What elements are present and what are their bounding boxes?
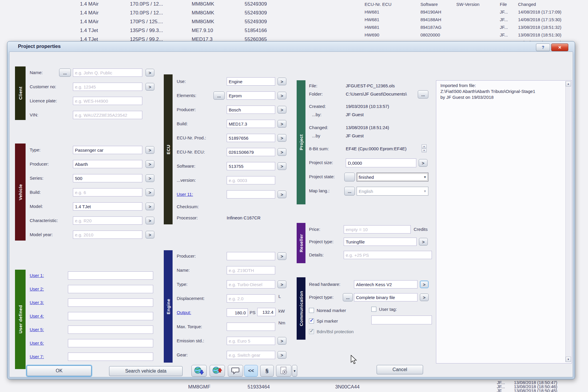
user2-input[interactable]	[68, 285, 153, 293]
bitsum-spin-down-button[interactable]: ▼	[422, 149, 427, 152]
project-size-go-button[interactable]: >	[419, 159, 427, 167]
noread-marker-checkbox[interactable]	[309, 308, 314, 313]
vehicle-series-input[interactable]	[73, 174, 142, 182]
reseller-type-input[interactable]	[344, 238, 417, 246]
engine-name-input[interactable]	[227, 266, 275, 274]
engine-type-go-button[interactable]: >	[278, 281, 286, 288]
reseller-type-go-button[interactable]: >	[419, 238, 428, 246]
vehicle-type-input[interactable]	[73, 146, 142, 154]
export-to-web-button[interactable]	[210, 365, 225, 377]
engine-type-input[interactable]	[227, 280, 275, 288]
ecu-elements-input[interactable]	[227, 91, 275, 100]
ok-button[interactable]: OK	[27, 366, 91, 376]
close-button[interactable]: ✕	[551, 44, 568, 51]
customer-no-go-button[interactable]: >	[146, 83, 154, 91]
user3-input[interactable]	[68, 298, 153, 307]
vehicle-characteristic-go-button[interactable]: >	[146, 217, 154, 224]
project-state-aux-button[interactable]	[344, 173, 355, 181]
ecu-build-go-button[interactable]: >	[278, 120, 286, 128]
ecu-version-input[interactable]	[227, 176, 275, 184]
more-tools-dropdown-button[interactable]: ▾	[292, 365, 297, 377]
user-tag-checkbox[interactable]	[371, 307, 376, 312]
vin-input[interactable]	[73, 111, 142, 119]
user4-link[interactable]: User 4:	[30, 313, 44, 318]
collapse-button[interactable]: <<	[244, 365, 258, 377]
export-document-button[interactable]	[276, 365, 291, 377]
project-folder-more-button[interactable]: ...	[418, 90, 428, 99]
engine-emission-go-button[interactable]: >	[278, 337, 286, 345]
vehicle-series-go-button[interactable]: >	[146, 174, 154, 182]
ecu-elements-more-button[interactable]: ...	[213, 91, 225, 100]
client-name-more-button[interactable]: ...	[59, 69, 71, 77]
vehicle-model-year-input[interactable]	[73, 231, 142, 239]
ecu-user11-go-button[interactable]: >	[278, 191, 286, 198]
customer-no-input[interactable]	[73, 83, 142, 91]
user7-link[interactable]: User 7:	[30, 354, 44, 359]
vehicle-model-year-go-button[interactable]: >	[146, 231, 154, 238]
ecu-nr-ecu-go-button[interactable]: >	[278, 148, 286, 156]
ecu-nr-prod-go-button[interactable]: >	[278, 134, 286, 142]
engine-gear-go-button[interactable]: >	[278, 351, 286, 359]
engine-torque-input[interactable]	[227, 323, 275, 331]
user7-input[interactable]	[68, 353, 153, 361]
vehicle-model-go-button[interactable]: >	[146, 203, 154, 210]
ecu-nr-prod-input[interactable]	[227, 134, 275, 142]
engine-output-link[interactable]: Output:	[177, 310, 191, 315]
project-state-combo[interactable]: finished▼	[357, 173, 428, 181]
ecu-build-input[interactable]	[227, 120, 275, 128]
map-lang-combo[interactable]: English▼	[357, 187, 428, 196]
scrollbar[interactable]: ▲ ▼	[565, 81, 571, 362]
vehicle-model-input[interactable]	[73, 202, 142, 211]
client-name-input[interactable]	[73, 69, 142, 77]
vehicle-characteristic-input[interactable]	[73, 216, 142, 225]
read-hardware-input[interactable]	[354, 280, 417, 288]
vehicle-type-go-button[interactable]: >	[146, 146, 154, 154]
map-lang-more-button[interactable]: ...	[344, 187, 355, 196]
engine-output-ps-input[interactable]	[227, 308, 248, 317]
bdm-bsl-checkbox[interactable]: ✓	[309, 329, 314, 334]
vehicle-producer-input[interactable]	[73, 160, 142, 168]
user6-link[interactable]: User 6:	[30, 341, 44, 346]
client-name-go-button[interactable]: >	[146, 69, 154, 76]
user1-link[interactable]: User 1:	[30, 273, 44, 278]
vehicle-build-input[interactable]	[73, 188, 142, 196]
ecu-software-go-button[interactable]: >	[278, 162, 286, 170]
comm-project-type-input[interactable]	[354, 293, 417, 301]
price-input[interactable]	[344, 225, 411, 233]
import-from-web-button[interactable]	[191, 365, 207, 377]
cancel-button[interactable]: Cancel	[377, 365, 423, 374]
ecu-user11-link[interactable]: User 11:	[177, 192, 193, 197]
comm-project-type-more-button[interactable]: ...	[343, 293, 353, 301]
licence-plate-input[interactable]	[73, 97, 142, 105]
ecu-use-input[interactable]	[227, 77, 275, 86]
engine-producer-go-button[interactable]: >	[278, 252, 286, 260]
user-tag-input[interactable]	[371, 316, 432, 324]
project-size-input[interactable]	[346, 159, 416, 167]
search-vehicle-data-button[interactable]: Search vehicle data	[109, 366, 183, 376]
comm-project-type-go-button[interactable]: >	[420, 293, 429, 301]
user3-link[interactable]: User 3:	[30, 300, 44, 305]
engine-gear-input[interactable]	[227, 351, 275, 359]
user2-link[interactable]: User 2:	[30, 286, 44, 291]
scroll-up-button[interactable]: ▲	[566, 81, 571, 86]
help-button[interactable]: ?	[536, 44, 550, 51]
scroll-down-button[interactable]: ▼	[566, 357, 571, 362]
ecu-producer-go-button[interactable]: >	[278, 106, 286, 114]
user5-input[interactable]	[68, 326, 153, 334]
user5-link[interactable]: User 5:	[30, 327, 44, 332]
engine-displacement-input[interactable]	[227, 294, 275, 303]
user1-input[interactable]	[68, 271, 153, 280]
read-hardware-go-button[interactable]: >	[420, 281, 429, 288]
ecu-software-input[interactable]	[227, 162, 275, 170]
bitsum-spin-up-button[interactable]: ▲	[422, 144, 427, 148]
spi-marker-checkbox[interactable]: ✓	[309, 318, 314, 323]
ecu-elements-go-button[interactable]: >	[278, 92, 286, 99]
paragraph-button[interactable]: §	[260, 365, 274, 377]
vehicle-producer-go-button[interactable]: >	[146, 160, 154, 168]
vehicle-build-go-button[interactable]: >	[146, 189, 154, 196]
ecu-producer-input[interactable]	[227, 106, 275, 114]
ecu-use-go-button[interactable]: >	[278, 78, 286, 85]
user4-input[interactable]	[68, 312, 153, 320]
details-input[interactable]	[344, 251, 432, 259]
ecu-user11-input[interactable]	[227, 190, 275, 198]
